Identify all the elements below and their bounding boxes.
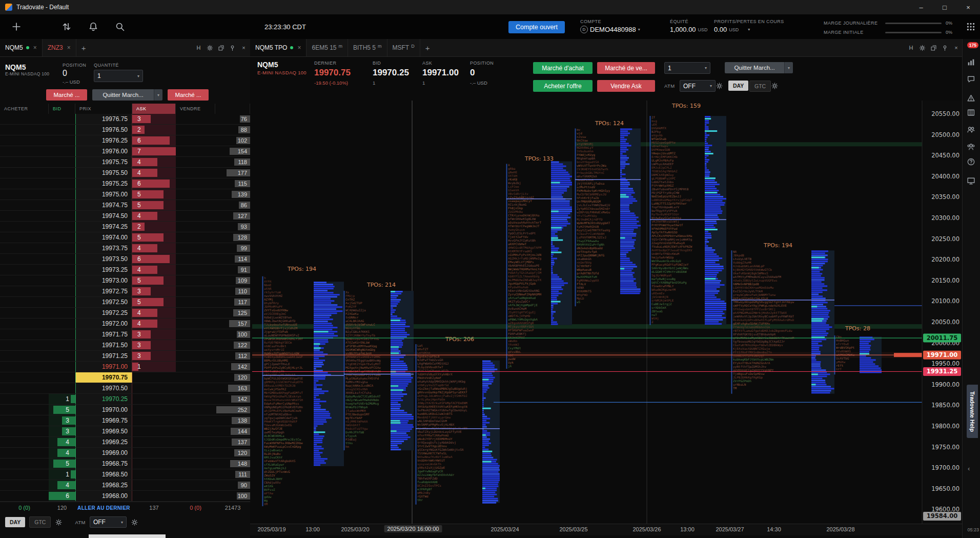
gear-icon[interactable] (55, 519, 63, 526)
price-cell[interactable]: 19969.00 (75, 448, 132, 458)
bid-size-cell[interactable] (49, 146, 75, 156)
tab-znz3[interactable]: ZNZ3× (43, 39, 76, 56)
price-cell[interactable]: 19974.50 (75, 211, 132, 221)
bid-size-cell[interactable] (49, 222, 75, 232)
buy-order-cell[interactable] (0, 125, 49, 135)
sell-order-cell[interactable] (176, 157, 215, 167)
sell-order-cell[interactable] (176, 200, 215, 210)
sell-order-cell[interactable] (176, 480, 215, 490)
buy-order-cell[interactable] (0, 168, 49, 178)
bid-size-cell[interactable]: 4 (49, 448, 75, 458)
pin-icon[interactable] (942, 45, 948, 51)
bid-size-cell[interactable]: 6 (49, 491, 75, 501)
h-icon[interactable]: H (195, 45, 202, 51)
account-selector[interactable]: D DEMO4480988 ▾ (580, 26, 640, 33)
alert-icon[interactable] (967, 94, 975, 103)
help-tab[interactable]: Tradovate Help (967, 385, 978, 438)
bid-size-cell[interactable] (49, 318, 75, 329)
h-icon[interactable]: H (908, 45, 914, 51)
chevron-down-icon[interactable]: ▾ (748, 27, 750, 32)
sell-order-cell[interactable] (176, 415, 215, 426)
bid-size-cell[interactable] (49, 200, 75, 210)
sell-market-button[interactable]: Marché de ve... (597, 62, 655, 74)
buy-order-cell[interactable] (0, 286, 49, 296)
bid-size-cell[interactable] (49, 383, 75, 393)
gear-icon[interactable] (771, 82, 779, 90)
ask-size-cell[interactable] (132, 469, 176, 480)
ask-size-cell[interactable]: 3 (132, 286, 176, 296)
ask-size-cell[interactable] (132, 405, 176, 415)
ask-size-cell[interactable]: 6 (132, 178, 176, 189)
bid-size-cell[interactable] (49, 308, 75, 318)
bid-size-cell[interactable] (49, 232, 75, 243)
dom-ladder[interactable]: 19976.7537619976.5028819976.25610219976.… (0, 114, 250, 502)
price-cell[interactable]: 19968.50 (75, 469, 132, 480)
chart-tif-day-button[interactable]: DAY (728, 81, 748, 91)
price-cell[interactable]: 19971.75 (75, 329, 132, 340)
buy-order-cell[interactable] (0, 415, 49, 426)
buy-order-cell[interactable] (0, 383, 49, 393)
price-cell[interactable]: 19976.25 (75, 135, 132, 146)
buy-order-cell[interactable] (0, 265, 49, 275)
chart-atm-select[interactable]: OFF▾ (680, 80, 716, 92)
bid-size-cell[interactable]: 4 (49, 437, 75, 447)
apps-icon[interactable] (966, 22, 976, 32)
buy-order-cell[interactable] (0, 254, 49, 264)
ask-size-cell[interactable] (132, 426, 176, 436)
price-cell[interactable]: 19972.50 (75, 297, 132, 307)
dom-recenter-link[interactable]: ALLER AU DERNIER (75, 502, 132, 513)
bid-size-cell[interactable] (49, 168, 75, 178)
buy-order-cell[interactable] (0, 222, 49, 232)
ask-size-cell[interactable]: 5 (132, 297, 176, 307)
plus-icon[interactable] (11, 22, 22, 32)
tif-day-button[interactable]: DAY (5, 517, 25, 527)
sell-ask-button[interactable]: Vendre Ask (597, 80, 655, 92)
ask-size-cell[interactable]: 4 (132, 168, 176, 178)
close-window-button[interactable]: × (956, 0, 980, 14)
ask-size-cell[interactable]: 6 (132, 135, 176, 146)
chevron-down-icon[interactable]: ▾ (784, 62, 793, 73)
collapse-chevron-icon[interactable]: ‹ (968, 465, 970, 472)
sell-order-cell[interactable] (176, 340, 215, 350)
sell-order-cell[interactable] (176, 394, 215, 404)
tab-msft[interactable]: MSFTD (387, 39, 420, 56)
close-icon[interactable]: × (33, 44, 37, 51)
bid-size-cell[interactable] (49, 275, 75, 286)
sell-order-cell[interactable] (176, 265, 215, 275)
ask-size-cell[interactable] (132, 437, 176, 447)
ask-size-cell[interactable]: 7 (132, 146, 176, 156)
price-cell[interactable]: 19969.25 (75, 437, 132, 447)
price-cell[interactable]: 19971.50 (75, 340, 132, 350)
buy-order-cell[interactable] (0, 491, 49, 501)
sell-order-cell[interactable] (176, 168, 215, 178)
help-icon[interactable] (967, 157, 975, 166)
price-cell[interactable]: 19972.00 (75, 318, 132, 329)
ask-size-cell[interactable] (132, 415, 176, 426)
ask-size-cell[interactable]: 4 (132, 265, 176, 275)
price-cell[interactable]: 19973.00 (75, 275, 132, 286)
price-cell[interactable]: 19972.75 (75, 286, 132, 296)
bid-size-cell[interactable]: 3 (49, 426, 75, 436)
price-cell[interactable]: 19975.50 (75, 168, 132, 178)
price-cell[interactable]: 19968.25 (75, 480, 132, 490)
close-icon[interactable]: × (240, 45, 247, 51)
sell-order-cell[interactable] (176, 243, 215, 253)
price-cell[interactable]: 19976.75 (75, 114, 132, 124)
buy-order-cell[interactable] (0, 275, 49, 286)
price-cell[interactable]: 19975.00 (75, 189, 132, 200)
buy-order-cell[interactable] (0, 243, 49, 253)
price-cell[interactable]: 19969.75 (75, 415, 132, 426)
maximize-button[interactable]: □ (933, 0, 956, 14)
sell-order-cell[interactable] (176, 254, 215, 264)
buy-order-cell[interactable] (0, 459, 49, 469)
price-cell[interactable]: 19970.25 (75, 394, 132, 404)
ask-size-cell[interactable]: 4 (132, 308, 176, 318)
popout-icon[interactable] (218, 45, 224, 51)
tab-nqm5[interactable]: NQM5× (0, 39, 43, 56)
dom-exit-market-button[interactable]: Quitter March... (92, 89, 154, 101)
price-cell[interactable]: 19974.25 (75, 222, 132, 232)
ask-size-cell[interactable]: 4 (132, 243, 176, 253)
bell-icon[interactable] (88, 22, 98, 32)
bid-size-cell[interactable]: 5 (49, 405, 75, 415)
ask-size-cell[interactable]: 5 (132, 275, 176, 286)
